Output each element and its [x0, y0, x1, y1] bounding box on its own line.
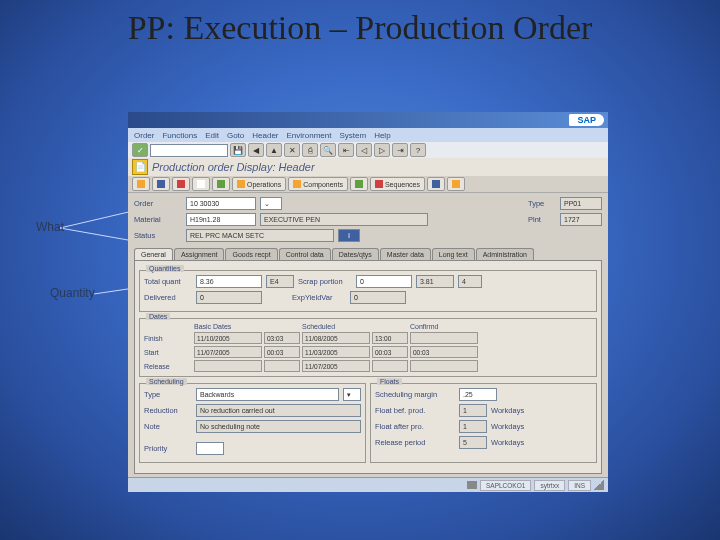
type-label: Type [528, 199, 556, 208]
save-button[interactable]: 💾 [230, 143, 246, 157]
totalq-label: Total quant [144, 277, 192, 286]
sched-type-field[interactable]: Backwards [196, 388, 339, 401]
margin-label: Scheduling margin [375, 390, 455, 399]
bars-icon [432, 180, 440, 188]
menu-environment[interactable]: Environment [287, 131, 332, 140]
tab-assignment[interactable]: Assignment [174, 248, 225, 260]
resize-grip[interactable] [594, 480, 604, 490]
start-basic-date[interactable]: 11/07/2005 [194, 346, 262, 358]
sequences-button[interactable]: Sequences [370, 177, 425, 191]
grid-icon [137, 180, 145, 188]
releaseper-unit: Workdays [491, 438, 539, 447]
operations-button[interactable]: Operations [232, 177, 286, 191]
floats-title: Floats [377, 378, 402, 385]
slide-title: PP: Execution – Production Order [0, 0, 720, 51]
delivered-field: 0 [196, 291, 262, 304]
tab-goodsrecpt[interactable]: Goods recpt [225, 248, 277, 260]
material-button[interactable] [152, 177, 170, 191]
priority-field[interactable] [196, 442, 224, 455]
material-field[interactable]: H19n1.28 [186, 213, 256, 226]
scrap-field[interactable]: 0 [356, 275, 412, 288]
find-button[interactable]: 🔍 [320, 143, 336, 157]
release-basic-time[interactable] [264, 360, 300, 372]
components-icon [293, 180, 301, 188]
menu-system[interactable]: System [339, 131, 366, 140]
releaseper-field: 5 [459, 436, 487, 449]
status-prog: SAPLCOKO1 [480, 480, 531, 491]
finish-sched-time: 13:00 [372, 332, 408, 344]
menu-order[interactable]: Order [134, 131, 154, 140]
sched-type-label: Type [144, 390, 192, 399]
exit-button[interactable]: ▲ [266, 143, 282, 157]
note-label: Note [144, 422, 192, 431]
menu-goto[interactable]: Goto [227, 131, 244, 140]
app-toolbar: Operations Components Sequences [128, 176, 608, 193]
reduction-label: Reduction [144, 406, 192, 415]
page-title: Production order Display: Header [152, 161, 315, 173]
plant-label: Plnt [528, 215, 556, 224]
scrap-pct2: 4 [458, 275, 482, 288]
status-field: REL PRC MACM SETC [186, 229, 334, 242]
col-confirmed: Confirmd [410, 323, 478, 330]
print-button[interactable]: ⎙ [302, 143, 318, 157]
next-page-button[interactable]: ▷ [374, 143, 390, 157]
status-ins: INS [568, 480, 591, 491]
order-field[interactable]: 10 30030 [186, 197, 256, 210]
wm-button[interactable] [350, 177, 368, 191]
tab-general[interactable]: General [134, 248, 173, 260]
scheduling-group: Scheduling TypeBackwards▾ ReductionNo re… [139, 383, 366, 463]
cancel-button[interactable]: ✕ [284, 143, 300, 157]
menu-header[interactable]: Header [252, 131, 278, 140]
finish-basic-date[interactable]: 11/10/2005 [194, 332, 262, 344]
recipe-button[interactable] [212, 177, 230, 191]
tab-masterdata[interactable]: Master data [380, 248, 431, 260]
totalq-field[interactable]: 8.36 [196, 275, 262, 288]
menu-edit[interactable]: Edit [205, 131, 219, 140]
finish-basic-time[interactable]: 03:03 [264, 332, 300, 344]
order-search[interactable]: ⌄ [260, 197, 282, 210]
release-sched-date: 11/07/2005 [302, 360, 370, 372]
help-button[interactable]: ? [410, 143, 426, 157]
menu-functions[interactable]: Functions [162, 131, 197, 140]
start-basic-time[interactable]: 00:03 [264, 346, 300, 358]
status-bar: SAPLCOKO1 sytrtxx INS [128, 477, 608, 492]
sched-type-dropdown[interactable]: ▾ [343, 388, 361, 401]
tab-longtext[interactable]: Long text [432, 248, 475, 260]
release-conf [410, 360, 478, 372]
quantities-title: Quantities [146, 265, 184, 272]
tab-datesqtys[interactable]: Dates/qtys [332, 248, 379, 260]
start-conf: 00:03 [410, 346, 478, 358]
last-page-button[interactable]: ⇥ [392, 143, 408, 157]
sap-window: SAP Order Functions Edit Goto Header Env… [128, 112, 608, 492]
prev-page-button[interactable]: ◁ [356, 143, 372, 157]
menu-bar[interactable]: Order Functions Edit Goto Header Environ… [128, 128, 608, 142]
extra2-button[interactable] [447, 177, 465, 191]
tab-admin[interactable]: Administration [476, 248, 534, 260]
dates-group: Dates Basic Dates Scheduled Confirmd Fin… [139, 318, 597, 377]
material-icon [157, 180, 165, 188]
doc-icon [197, 180, 205, 188]
bars2-icon [452, 180, 460, 188]
docs-button[interactable] [192, 177, 210, 191]
status-info-button[interactable]: i [338, 229, 360, 242]
extra1-button[interactable] [427, 177, 445, 191]
note-field: No scheduling note [196, 420, 361, 433]
callout-quantity: Quantity [50, 286, 95, 300]
page-title-bar: 📄 Production order Display: Header [128, 158, 608, 176]
quantities-group: Quantities Total quant 8.36 E4 Scrap por… [139, 270, 597, 312]
margin-field[interactable]: .25 [459, 388, 497, 401]
standard-toolbar: ✓ 💾 ◀ ▲ ✕ ⎙ 🔍 ⇤ ◁ ▷ ⇥ ? [128, 142, 608, 158]
back-button[interactable]: ◀ [248, 143, 264, 157]
release-basic-date[interactable] [194, 360, 262, 372]
first-page-button[interactable]: ⇤ [338, 143, 354, 157]
components-button[interactable]: Components [288, 177, 348, 191]
type-field: PP01 [560, 197, 602, 210]
scheduling-title: Scheduling [146, 378, 187, 385]
enter-button[interactable]: ✓ [132, 143, 148, 157]
order-icon: 📄 [132, 159, 148, 175]
menu-help[interactable]: Help [374, 131, 390, 140]
overview-button[interactable] [132, 177, 150, 191]
tab-controldata[interactable]: Control data [279, 248, 331, 260]
capacity-button[interactable] [172, 177, 190, 191]
command-field[interactable] [150, 144, 228, 157]
